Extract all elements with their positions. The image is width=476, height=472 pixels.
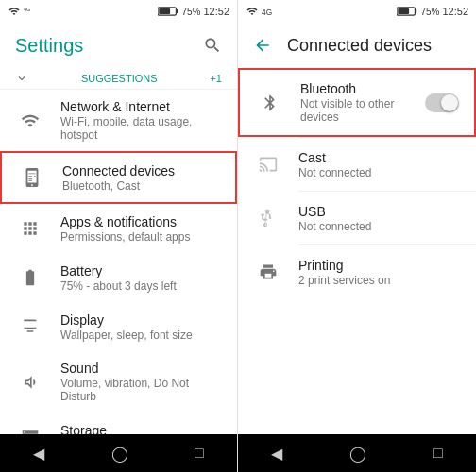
- sound-subtitle: Volume, vibration, Do Not Disturb: [60, 377, 222, 403]
- printing-text: Printing 2 print services on: [298, 258, 461, 287]
- svg-text:4G: 4G: [24, 7, 30, 12]
- time-left: 12:52: [203, 6, 230, 17]
- recents-nav-icon-left[interactable]: □: [195, 445, 204, 462]
- bluetooth-subtitle: Not visible to other devices: [300, 97, 425, 124]
- display-text: Display Wallpaper, sleep, font size: [60, 312, 222, 342]
- print-icon: [253, 257, 283, 287]
- usb-icon: [253, 203, 283, 233]
- signal-icon-right: [246, 6, 259, 17]
- sound-icon: [15, 367, 45, 397]
- storage-title: Storage: [60, 423, 222, 435]
- connected-item-cast[interactable]: Cast Not connected: [238, 138, 476, 191]
- search-icon-left[interactable]: [203, 36, 222, 55]
- settings-item-display[interactable]: Display Wallpaper, sleep, font size: [0, 302, 237, 351]
- status-bar-left: 4G 75% 12:52: [0, 0, 237, 23]
- printing-subtitle: 2 print services on: [298, 274, 461, 287]
- bluetooth-title: Bluetooth: [300, 81, 425, 96]
- nav-bar-left: ◀ ◯ □: [0, 434, 237, 472]
- settings-item-battery[interactable]: Battery 75% - about 3 days left: [0, 253, 237, 302]
- connected-devices-title: Connected devices: [287, 36, 432, 56]
- cast-subtitle: Not connected: [298, 166, 461, 179]
- connected-devices-header: Connected devices: [238, 23, 476, 68]
- printing-title: Printing: [298, 258, 461, 273]
- svg-rect-2: [177, 9, 178, 13]
- battery-percent-right: 75%: [420, 7, 439, 17]
- svg-rect-7: [399, 8, 410, 14]
- connected-devices-icon: [17, 162, 47, 193]
- right-panel: 4G 75% 12:52 Connected devices Bluetooth…: [238, 0, 476, 472]
- wifi-icon: [15, 106, 45, 136]
- status-right-values: 75% 12:52: [397, 6, 468, 17]
- apps-text: Apps & notifications Permissions, defaul…: [60, 214, 222, 244]
- bluetooth-toggle[interactable]: [425, 93, 459, 112]
- mobile-data-icon-right: 4G: [262, 6, 280, 17]
- cast-text: Cast Not connected: [298, 150, 461, 179]
- settings-header: Settings: [0, 23, 237, 68]
- display-subtitle: Wallpaper, sleep, font size: [60, 329, 222, 342]
- connected-item-bluetooth[interactable]: Bluetooth Not visible to other devices: [238, 68, 476, 137]
- battery-icon-left: [158, 6, 178, 17]
- battery-subtitle: 75% - about 3 days left: [60, 279, 222, 293]
- settings-title: Settings: [15, 35, 83, 57]
- svg-rect-3: [160, 8, 171, 14]
- time-right: 12:52: [442, 6, 468, 17]
- back-nav-icon-right[interactable]: ◀: [271, 445, 282, 463]
- network-text: Network & Internet Wi-Fi, mobile, data u…: [60, 99, 222, 142]
- bluetooth-icon: [255, 88, 285, 118]
- recents-nav-icon-right[interactable]: □: [434, 445, 443, 462]
- storage-icon: [15, 422, 45, 434]
- suggestions-badge: +1: [210, 73, 222, 84]
- settings-item-storage[interactable]: Storage 47% used - 16.99 GB free: [0, 413, 237, 434]
- bluetooth-text: Bluetooth Not visible to other devices: [300, 81, 425, 124]
- status-bar-right: 4G 75% 12:52: [238, 0, 476, 23]
- settings-item-apps[interactable]: Apps & notifications Permissions, defaul…: [0, 204, 237, 253]
- connected-devices-list: Bluetooth Not visible to other devices C…: [238, 68, 476, 434]
- battery-icon: [15, 262, 45, 293]
- apps-icon: [15, 213, 45, 244]
- cast-title: Cast: [298, 150, 461, 165]
- settings-list: Network & Internet Wi-Fi, mobile, data u…: [0, 90, 237, 434]
- settings-item-connected[interactable]: Connected devices Bluetooth, Cast: [0, 151, 237, 204]
- battery-icon-right: [397, 6, 417, 17]
- network-subtitle: Wi-Fi, mobile, data usage, hotspot: [60, 115, 222, 142]
- display-icon: [15, 312, 45, 342]
- signal-icon: [8, 6, 21, 17]
- battery-text: Battery 75% - about 3 days left: [60, 263, 222, 293]
- display-title: Display: [60, 312, 222, 328]
- mobile-data-icon: 4G: [24, 6, 35, 17]
- status-icons-right: 75% 12:52: [158, 6, 230, 17]
- storage-text: Storage 47% used - 16.99 GB free: [60, 423, 222, 435]
- svg-text:4G: 4G: [262, 8, 272, 17]
- back-arrow-icon[interactable]: [253, 36, 272, 55]
- connected-item-usb[interactable]: USB Not connected: [238, 192, 476, 244]
- connected-title: Connected devices: [62, 163, 220, 178]
- settings-item-sound[interactable]: Sound Volume, vibration, Do Not Disturb: [0, 351, 237, 413]
- sound-text: Sound Volume, vibration, Do Not Disturb: [60, 361, 222, 403]
- cast-icon: [253, 149, 283, 179]
- left-panel: 4G 75% 12:52 Settings Suggestions +1: [0, 0, 238, 472]
- usb-subtitle: Not connected: [298, 220, 461, 233]
- usb-text: USB Not connected: [298, 204, 461, 233]
- battery-percent-left: 75%: [181, 7, 200, 17]
- apps-subtitle: Permissions, default apps: [60, 230, 222, 244]
- connected-item-printing[interactable]: Printing 2 print services on: [238, 245, 476, 298]
- connected-subtitle: Bluetooth, Cast: [62, 179, 220, 193]
- expand-icon: [15, 72, 28, 85]
- status-icons-right-panel: 4G: [246, 6, 280, 17]
- svg-rect-6: [416, 9, 417, 13]
- status-icons-left: 4G: [8, 6, 35, 17]
- home-nav-icon-left[interactable]: ◯: [111, 445, 128, 463]
- back-nav-icon-left[interactable]: ◀: [33, 445, 44, 463]
- suggestions-label: Suggestions: [81, 73, 158, 84]
- network-title: Network & Internet: [60, 99, 222, 114]
- apps-title: Apps & notifications: [60, 214, 222, 229]
- sound-title: Sound: [60, 361, 222, 376]
- usb-title: USB: [298, 204, 461, 219]
- connected-text: Connected devices Bluetooth, Cast: [62, 163, 220, 193]
- battery-title: Battery: [60, 263, 222, 278]
- home-nav-icon-right[interactable]: ◯: [349, 445, 366, 463]
- nav-bar-right: ◀ ◯ □: [238, 434, 476, 472]
- suggestions-row[interactable]: Suggestions +1: [0, 68, 237, 90]
- settings-item-network[interactable]: Network & Internet Wi-Fi, mobile, data u…: [0, 90, 237, 151]
